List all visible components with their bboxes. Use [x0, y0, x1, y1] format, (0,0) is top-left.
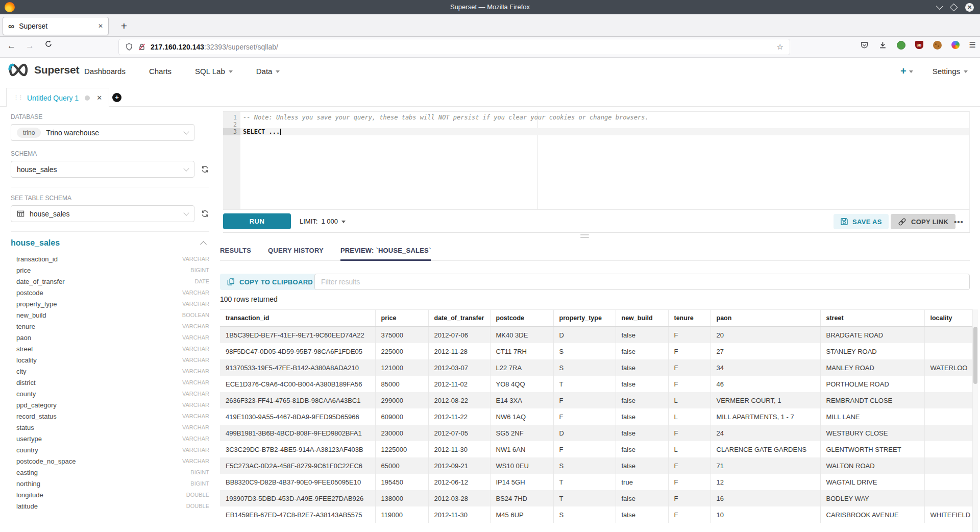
downloads-icon[interactable]: [878, 41, 887, 50]
column-header[interactable]: transaction_id: [220, 310, 375, 327]
table-cell: false: [616, 425, 668, 441]
extension-privacy-icon[interactable]: [897, 41, 905, 50]
table-cell: 2012-11-30: [428, 441, 490, 457]
schema-column-row: cityVARCHAR: [11, 366, 209, 377]
table-cell: ECE1D376-C9A6-4C00-B004-A380B189FA56: [220, 376, 375, 392]
browser-tab-superset[interactable]: ∞ Superset ✕: [3, 17, 109, 35]
results-tab-preview-house-sales[interactable]: PREVIEW: `HOUSE_SALES`: [340, 245, 431, 261]
table-cell: PORTHOLME ROAD: [820, 376, 924, 392]
table-cell: F: [668, 474, 710, 490]
pocket-icon[interactable]: [860, 41, 869, 50]
copy-to-clipboard-button[interactable]: COPY TO CLIPBOARD: [220, 274, 320, 290]
column-header[interactable]: new_build: [616, 310, 668, 327]
insecure-lock-icon[interactable]: [138, 43, 146, 51]
run-button[interactable]: RUN: [223, 213, 291, 229]
table-row[interactable]: 91370533-19F5-47FE-B142-A380A8ADA2101210…: [220, 359, 972, 376]
column-header[interactable]: postcode: [490, 310, 553, 327]
results-tab-query-history[interactable]: QUERY HISTORY: [268, 245, 324, 261]
table-row[interactable]: BB8320C9-D82B-4B37-90E0-9FEE05095E101954…: [220, 474, 972, 490]
bookmark-star-icon[interactable]: ☆: [777, 42, 783, 52]
window-minimize-icon[interactable]: [936, 3, 943, 10]
table-cell: L: [668, 441, 710, 457]
new-tab-button[interactable]: +: [116, 18, 132, 34]
query-tab-close-icon[interactable]: ✕: [96, 94, 102, 102]
table-row[interactable]: 98F5DC47-0D05-4D59-95B7-98CA6F1FDE052250…: [220, 343, 972, 359]
results-scrollbar-thumb[interactable]: [973, 327, 977, 384]
column-header[interactable]: street: [820, 310, 924, 327]
settings-menu[interactable]: Settings: [933, 67, 968, 76]
url-path: :32393/superset/sqllab/: [204, 43, 278, 51]
column-name: record_status: [11, 413, 182, 420]
column-header[interactable]: date_of_transfer: [428, 310, 490, 327]
database-select[interactable]: trino Trino warehouse: [11, 124, 194, 141]
table-row[interactable]: ECE1D376-C9A6-4C00-B004-A380B189FA568500…: [220, 376, 972, 392]
column-header[interactable]: paon: [710, 310, 820, 327]
collapse-table-chevron-icon[interactable]: [200, 241, 207, 248]
nav-item-label: Data: [256, 67, 273, 76]
ublock-origin-icon[interactable]: uB: [915, 41, 923, 49]
refresh-schemas-icon[interactable]: [201, 165, 209, 174]
editor-blank-line: [240, 121, 969, 128]
forward-button[interactable]: →: [26, 41, 34, 51]
table-cell: 2012-07-06: [428, 327, 490, 344]
results-tab-results[interactable]: RESULTS: [220, 245, 251, 261]
superset-logo-icon: [7, 62, 30, 78]
reload-button[interactable]: [44, 40, 53, 48]
nav-item-sql-lab[interactable]: SQL Lab: [195, 67, 233, 76]
superset-brand[interactable]: Superset: [7, 62, 79, 78]
schema-select[interactable]: house_sales: [11, 161, 194, 178]
table-cell: WHITEFIELD: [924, 506, 972, 523]
sql-editor[interactable]: 123 -- Note: Unless you save your query,…: [223, 111, 970, 210]
pane-resize-grip[interactable]: [580, 234, 589, 239]
back-button[interactable]: ←: [7, 41, 16, 51]
table-cell: S: [553, 506, 616, 523]
window-maximize-icon[interactable]: [950, 3, 958, 11]
table-row[interactable]: 1B5C39ED-BE7F-41EF-9E71-9C60EED74A223750…: [220, 327, 972, 344]
table-select[interactable]: house_sales: [11, 205, 194, 222]
table-cell: STANLEY ROAD: [820, 343, 924, 359]
more-options-button[interactable]: •••: [954, 214, 964, 229]
extension-pinwheel-icon[interactable]: [951, 41, 960, 49]
window-close-icon[interactable]: ✕: [965, 3, 974, 12]
schema-column-row: tenureVARCHAR: [11, 321, 209, 332]
column-header[interactable]: tenure: [668, 310, 710, 327]
nav-item-dashboards[interactable]: Dashboards: [84, 67, 126, 76]
refresh-tables-icon[interactable]: [201, 209, 209, 218]
table-row[interactable]: 419E1030-9A55-4467-8DA9-9FED95D659666090…: [220, 408, 972, 425]
new-item-button[interactable]: +: [900, 65, 913, 77]
table-row[interactable]: 2636F323-FF41-4765-81DB-98CAA6A43BC12990…: [220, 392, 972, 408]
drag-handle-icon[interactable]: ⋮⋮: [13, 94, 22, 101]
schema-column-row: districtVARCHAR: [11, 377, 209, 388]
table-row[interactable]: 3C3C29DC-B7B2-4BE5-914A-A38123AF403B1225…: [220, 441, 972, 457]
column-name: transaction_id: [11, 255, 182, 263]
column-header[interactable]: property_type: [553, 310, 616, 327]
filter-results-input[interactable]: [314, 274, 970, 290]
table-row[interactable]: 499B1981-3B6B-4BCD-808F-9FED9802BFA12300…: [220, 425, 972, 441]
table-cell: L: [668, 392, 710, 408]
table-row[interactable]: F5C273AC-0D2A-458F-8279-9C61F0C22EC66500…: [220, 457, 972, 474]
nav-item-data[interactable]: Data: [256, 67, 280, 76]
table-row[interactable]: EB1459EB-67ED-47C8-B2E7-A38143AB55751190…: [220, 506, 972, 523]
query-tab-untitled-1[interactable]: ⋮⋮ Untitled Query 1 ✕: [6, 88, 109, 107]
table-cell: 419E1030-9A55-4467-8DA9-9FED95D65966: [220, 408, 375, 425]
url-bar[interactable]: 217.160.120.143:32393/superset/sqllab/ ☆: [119, 39, 790, 55]
results-table: transaction_idpricedate_of_transferpostc…: [220, 309, 972, 523]
tab-close-icon[interactable]: ✕: [98, 22, 103, 30]
cookie-extension-icon[interactable]: [933, 41, 942, 50]
copy-link-button[interactable]: COPY LINK: [891, 214, 955, 229]
add-query-tab-button[interactable]: +: [110, 91, 124, 104]
table-row[interactable]: 193907D3-5DBD-453D-A49E-9FEE27DAB9261380…: [220, 490, 972, 506]
column-header[interactable]: locality: [924, 310, 972, 327]
table-cell: 121000: [375, 359, 428, 376]
table-cell: 193907D3-5DBD-453D-A49E-9FEE27DAB926: [220, 490, 375, 506]
column-header[interactable]: price: [375, 310, 428, 327]
browser-tabstrip: ∞ Superset ✕ +: [0, 14, 980, 37]
shield-icon[interactable]: [125, 43, 133, 51]
limit-dropdown[interactable]: LIMIT: 1 000: [300, 210, 346, 232]
nav-item-charts[interactable]: Charts: [149, 67, 172, 76]
column-name: price: [11, 267, 190, 274]
table-cell: 2012-06-12: [428, 474, 490, 490]
table-cell: false: [616, 506, 668, 523]
save-as-button[interactable]: SAVE AS: [834, 214, 889, 229]
menu-hamburger-icon[interactable]: ☰: [969, 40, 976, 50]
